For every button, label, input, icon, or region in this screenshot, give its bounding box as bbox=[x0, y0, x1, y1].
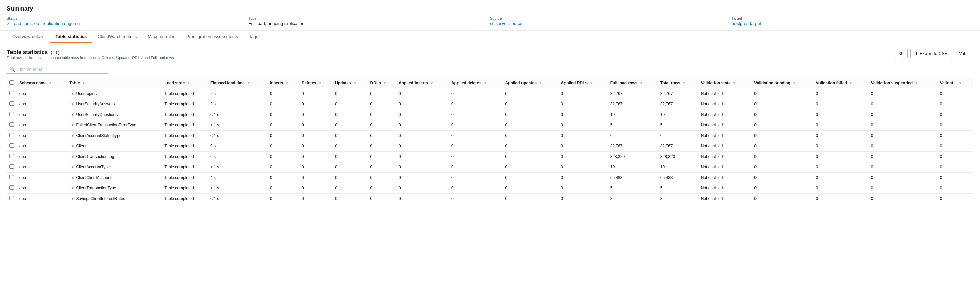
row-checkbox-0[interactable] bbox=[10, 91, 14, 95]
select-all-checkbox[interactable] bbox=[10, 80, 14, 85]
tab-cloudwatch[interactable]: CloudWatch metrics bbox=[92, 30, 142, 43]
cell-val-pending-6: 0 bbox=[751, 152, 813, 162]
cell-full-load-rows-2: 10 bbox=[608, 109, 658, 120]
table-row: dbo tbl_ClientAccountType Table complete… bbox=[7, 162, 973, 173]
cell-val-state-2: Not enabled bbox=[698, 109, 752, 120]
search-input[interactable] bbox=[17, 67, 105, 72]
status-item: Status Load complete, replication ongoin… bbox=[7, 16, 248, 26]
cell-app-deletes-2: 0 bbox=[449, 109, 503, 120]
cell-app-inserts-9: 0 bbox=[396, 183, 449, 194]
cell-app-deletes-8: 0 bbox=[449, 173, 503, 183]
row-checkbox-5[interactable] bbox=[10, 143, 14, 148]
cell-val-suspended-5: 0 bbox=[868, 141, 937, 152]
cell-load-state-2: Table completed bbox=[162, 109, 208, 120]
cell-val-failed-5: 0 bbox=[813, 141, 868, 152]
cell-val-extra-1: 0 bbox=[937, 99, 973, 109]
cell-app-inserts-2: 0 bbox=[396, 109, 449, 120]
cell-app-inserts-5: 0 bbox=[396, 141, 449, 152]
cell-load-state-10: Table completed bbox=[162, 194, 208, 204]
cell-app-inserts-1: 0 bbox=[396, 99, 449, 109]
cell-val-pending-2: 0 bbox=[751, 109, 813, 120]
cell-table-5: tbl_Client bbox=[67, 141, 162, 152]
table-row: dbo tbl_UserSecurityQuestions Table comp… bbox=[7, 109, 973, 120]
search-bar: 🔍 bbox=[7, 65, 108, 74]
cell-app-ddls-8: 0 bbox=[558, 173, 607, 183]
cell-schema-9: dbo bbox=[17, 183, 67, 194]
cell-elapsed-5: 9 s bbox=[208, 141, 267, 152]
row-checkbox-1[interactable] bbox=[10, 101, 14, 106]
cell-total-rows-4: 6 bbox=[658, 131, 698, 141]
tab-tags[interactable]: Tags bbox=[243, 30, 264, 43]
cell-inserts-0: 0 bbox=[267, 88, 299, 99]
cell-schema-7: dbo bbox=[17, 162, 67, 173]
cell-elapsed-6: 6 s bbox=[208, 152, 267, 162]
target-link[interactable]: postgres-target bbox=[732, 21, 761, 26]
cell-total-rows-9: 5 bbox=[658, 183, 698, 194]
row-checkbox-9[interactable] bbox=[10, 186, 14, 190]
cell-ddls-5: 0 bbox=[368, 141, 396, 152]
tab-overview[interactable]: Overview details bbox=[7, 30, 50, 43]
cell-deletes-1: 0 bbox=[299, 99, 332, 109]
cell-val-suspended-3: 0 bbox=[868, 120, 937, 131]
cell-app-inserts-8: 0 bbox=[396, 173, 449, 183]
cell-val-extra-2: 0 bbox=[937, 109, 973, 120]
cell-val-pending-4: 0 bbox=[751, 131, 813, 141]
col-schema: Schema name ▼ bbox=[17, 78, 67, 88]
cell-table-6: tbl_ClientTransactionLog bbox=[67, 152, 162, 162]
cell-deletes-9: 0 bbox=[299, 183, 332, 194]
target-item: Target postgres-target bbox=[732, 16, 974, 26]
cell-schema-0: dbo bbox=[17, 88, 67, 99]
cell-val-suspended-8: 0 bbox=[868, 173, 937, 183]
cell-updates-3: 0 bbox=[332, 120, 368, 131]
cell-inserts-2: 0 bbox=[267, 109, 299, 120]
row-checkbox-6[interactable] bbox=[10, 154, 14, 158]
cell-val-pending-8: 0 bbox=[751, 173, 813, 183]
cell-app-updates-3: 0 bbox=[503, 120, 558, 131]
cell-app-inserts-0: 0 bbox=[396, 88, 449, 99]
cell-load-state-9: Table completed bbox=[162, 183, 208, 194]
target-label: Target bbox=[732, 16, 974, 20]
cell-elapsed-1: 2 s bbox=[208, 99, 267, 109]
cell-updates-9: 0 bbox=[332, 183, 368, 194]
cell-val-failed-2: 0 bbox=[813, 109, 868, 120]
cell-full-load-rows-8: 65,483 bbox=[608, 173, 658, 183]
source-value: sqlserver-source bbox=[490, 21, 732, 26]
cell-full-load-rows-7: 10 bbox=[608, 162, 658, 173]
col-applied-ddls: Applied DDLs ▼ bbox=[558, 78, 607, 88]
row-checkbox-10[interactable] bbox=[10, 196, 14, 200]
cell-val-suspended-1: 0 bbox=[868, 99, 937, 109]
col-table: Table ▼ bbox=[67, 78, 162, 88]
source-label: Source bbox=[490, 16, 732, 20]
cell-deletes-3: 0 bbox=[299, 120, 332, 131]
header-actions: ⟳ ⬇ Export to CSV Val... bbox=[895, 49, 973, 58]
row-checkbox-4[interactable] bbox=[10, 133, 14, 137]
export-csv-button[interactable]: ⬇ Export to CSV bbox=[910, 49, 952, 58]
row-checkbox-2[interactable] bbox=[10, 112, 14, 116]
cell-total-rows-10: 8 bbox=[658, 194, 698, 204]
cell-app-deletes-0: 0 bbox=[449, 88, 503, 99]
cell-schema-5: dbo bbox=[17, 141, 67, 152]
status-link[interactable]: Load complete, replication ongoing bbox=[11, 21, 80, 26]
cell-val-suspended-6: 0 bbox=[868, 152, 937, 162]
cell-val-state-0: Not enabled bbox=[698, 88, 752, 99]
tab-premigration[interactable]: Premigration assessments bbox=[181, 30, 243, 43]
validate-button[interactable]: Val... bbox=[955, 49, 973, 58]
summary-title: Summary bbox=[7, 5, 973, 12]
cell-val-extra-5: 0 bbox=[937, 141, 973, 152]
row-checkbox-3[interactable] bbox=[10, 122, 14, 127]
cell-val-extra-10: 0 bbox=[937, 194, 973, 204]
cell-ddls-8: 0 bbox=[368, 173, 396, 183]
row-checkbox-7[interactable] bbox=[10, 164, 14, 169]
tab-table-statistics[interactable]: Table statistics bbox=[50, 30, 92, 43]
cell-elapsed-3: < 1 s bbox=[208, 120, 267, 131]
cell-app-updates-9: 0 bbox=[503, 183, 558, 194]
tab-mapping[interactable]: Mapping rules bbox=[142, 30, 181, 43]
col-elapsed: Elapsed load time ▼ bbox=[208, 78, 267, 88]
table-statistics-table: Schema name ▼ Table ▼ Load state ▼ Elaps… bbox=[7, 78, 973, 204]
cell-inserts-6: 0 bbox=[267, 152, 299, 162]
cell-table-4: tbl_ClientAccountStatusType bbox=[67, 131, 162, 141]
refresh-button[interactable]: ⟳ bbox=[895, 49, 908, 58]
source-link[interactable]: sqlserver-source bbox=[490, 21, 522, 26]
row-checkbox-8[interactable] bbox=[10, 175, 14, 179]
cell-inserts-9: 0 bbox=[267, 183, 299, 194]
